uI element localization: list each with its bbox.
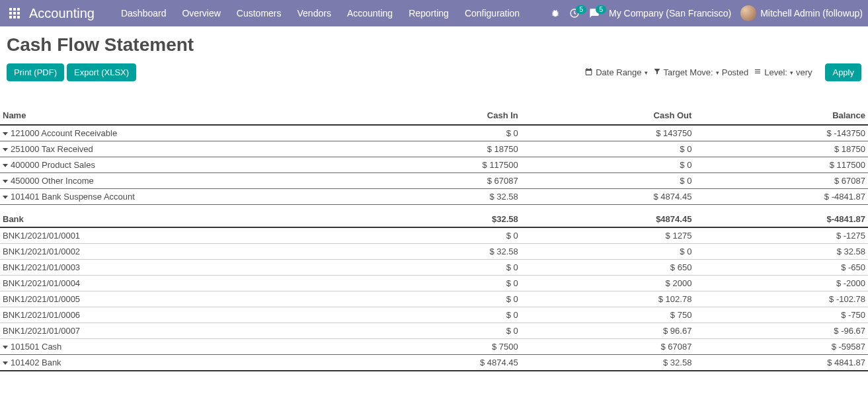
table-row[interactable]: BNK1/2021/01/0005$ 0$ 102.78$ -102.78 [0, 291, 868, 307]
svg-rect-2 [17, 8, 20, 11]
table-row[interactable]: 101401 Bank Suspense Account$ 32.58$ 487… [0, 189, 868, 205]
svg-rect-8 [17, 16, 20, 19]
apps-icon[interactable] [5, 4, 24, 22]
table-row[interactable]: 101402 Bank$ 4874.45$ 32.58$ 4841.87 [0, 355, 868, 371]
cell-cash_in: $ 0 [347, 307, 521, 323]
table-row[interactable]: 121000 Account Receivable$ 0$ 143750$ -1… [0, 125, 868, 141]
app-brand[interactable]: Accounting [29, 6, 95, 21]
caret-down-icon: ▾ [716, 69, 719, 76]
cell-name: 101402 Bank [0, 355, 347, 371]
filter-date-range[interactable]: Date Range ▾ [584, 67, 647, 78]
apply-button[interactable]: Apply [825, 63, 861, 81]
caret-down-icon: ▾ [790, 69, 793, 76]
cell-cash_in: $ 32.58 [347, 189, 521, 205]
target-move-label: Target Move: [664, 67, 713, 77]
cell-cash_in: $ 117500 [347, 157, 521, 173]
company-label: My Company (San Francisco) [609, 8, 731, 19]
col-header-cash-out: Cash Out [521, 106, 695, 125]
table-row[interactable]: BNK1/2021/01/0006$ 0$ 750$ -750 [0, 307, 868, 323]
menu-reporting[interactable]: Reporting [401, 1, 457, 25]
table-row[interactable]: Bank$32.58$4874.45$-4841.87 [0, 205, 868, 228]
cell-name: BNK1/2021/01/0001 [0, 227, 347, 244]
row-name-label: 101501 Cash [11, 342, 61, 352]
cell-cash_in: $ 0 [347, 260, 521, 276]
cell-cash_out: $ 750 [521, 307, 695, 323]
level-value: very [796, 67, 812, 77]
cell-cash_in: $32.58 [347, 205, 521, 228]
menu-configuration[interactable]: Configuration [457, 1, 528, 25]
cell-cash_in: $ 67087 [347, 173, 521, 189]
caret-down-icon[interactable] [3, 196, 8, 199]
book-icon [754, 67, 762, 77]
cell-cash_out: $ 0 [521, 141, 695, 157]
cell-cash_out: $ 1275 [521, 227, 695, 244]
svg-rect-0 [9, 8, 12, 11]
print-pdf-button[interactable]: Print (PDF) [7, 63, 64, 81]
cell-balance: $ -1275 [694, 227, 868, 244]
cell-cash_in: $ 7500 [347, 339, 521, 355]
caret-down-icon[interactable] [3, 362, 8, 365]
row-name-label: BNK1/2021/01/0002 [3, 247, 80, 256]
activity-badge: 5 [576, 5, 586, 14]
cell-balance: $ 32.58 [694, 244, 868, 260]
cell-cash_in: $ 18750 [347, 141, 521, 157]
row-name-label: 121000 Account Receivable [11, 128, 117, 138]
table-row[interactable]: BNK1/2021/01/0007$ 0$ 96.67$ -96.67 [0, 323, 868, 339]
menu-customers[interactable]: Customers [229, 1, 290, 25]
company-switcher[interactable]: My Company (San Francisco) [609, 8, 731, 19]
menu-vendors[interactable]: Vendors [290, 1, 339, 25]
cell-balance: $ 4841.87 [694, 355, 868, 371]
menu-overview[interactable]: Overview [174, 1, 228, 25]
cell-balance: $ -102.78 [694, 291, 868, 307]
export-xlsx-button[interactable]: Export (XLSX) [67, 63, 136, 81]
table-row[interactable]: BNK1/2021/01/0003$ 0$ 650$ -650 [0, 260, 868, 276]
row-name-label: BNK1/2021/01/0007 [3, 326, 80, 336]
filter-group: Date Range ▾ Target Move: ▾ Posted Level… [584, 63, 861, 81]
messages-badge: 5 [596, 5, 606, 14]
bug-icon[interactable] [551, 9, 560, 18]
caret-down-icon[interactable] [3, 164, 8, 167]
user-menu[interactable]: Mitchell Admin (followup) [740, 5, 863, 21]
caret-down-icon[interactable] [3, 180, 8, 183]
table-row[interactable]: BNK1/2021/01/0002$ 32.58$ 0$ 32.58 [0, 244, 868, 260]
table-row[interactable]: 251000 Tax Received$ 18750$ 0$ 18750 [0, 141, 868, 157]
caret-down-icon[interactable] [3, 132, 8, 135]
menu-dashboard[interactable]: Dashboard [113, 1, 175, 25]
cell-name: BNK1/2021/01/0006 [0, 307, 347, 323]
svg-rect-5 [17, 12, 20, 15]
svg-rect-7 [13, 16, 16, 19]
caret-down-icon[interactable] [3, 346, 8, 349]
avatar [740, 5, 756, 21]
cell-cash_out: $ 0 [521, 157, 695, 173]
cell-balance: $ -143750 [694, 125, 868, 141]
caret-down-icon[interactable] [3, 148, 8, 151]
cell-name: 450000 Other Income [0, 173, 347, 189]
cell-cash_out: $ 67087 [521, 339, 695, 355]
table-row[interactable]: BNK1/2021/01/0004$ 0$ 2000$ -2000 [0, 276, 868, 291]
cell-cash_out: $ 96.67 [521, 323, 695, 339]
cell-balance: $ -2000 [694, 276, 868, 291]
svg-rect-1 [13, 8, 16, 11]
cell-cash_out: $ 102.78 [521, 291, 695, 307]
menu-accounting[interactable]: Accounting [339, 1, 401, 25]
cell-balance: $ 18750 [694, 141, 868, 157]
cell-balance: $ -4841.87 [694, 189, 868, 205]
cell-cash_in: $ 4874.45 [347, 355, 521, 371]
table-row[interactable]: 450000 Other Income$ 67087$ 0$ 67087 [0, 173, 868, 189]
table-row[interactable]: 400000 Product Sales$ 117500$ 0$ 117500 [0, 157, 868, 173]
messages-icon[interactable]: 5 [589, 8, 600, 19]
row-name-label: Bank [3, 214, 24, 224]
target-move-value: Posted [722, 67, 748, 77]
col-header-cash-in: Cash In [347, 106, 521, 125]
activity-icon[interactable]: 5 [569, 8, 580, 19]
table-row[interactable]: BNK1/2021/01/0001$ 0$ 1275$ -1275 [0, 227, 868, 244]
cell-balance: $-4841.87 [694, 205, 868, 228]
filter-level[interactable]: Level: ▾ very [754, 67, 812, 77]
table-row[interactable]: 101501 Cash$ 7500$ 67087$ -59587 [0, 339, 868, 355]
filter-target-move[interactable]: Target Move: ▾ Posted [653, 67, 749, 77]
cell-cash_out: $ 143750 [521, 125, 695, 141]
cell-balance: $ -59587 [694, 339, 868, 355]
date-range-label: Date Range [596, 67, 641, 77]
cell-name: 251000 Tax Received [0, 141, 347, 157]
user-label: Mitchell Admin (followup) [760, 8, 863, 19]
